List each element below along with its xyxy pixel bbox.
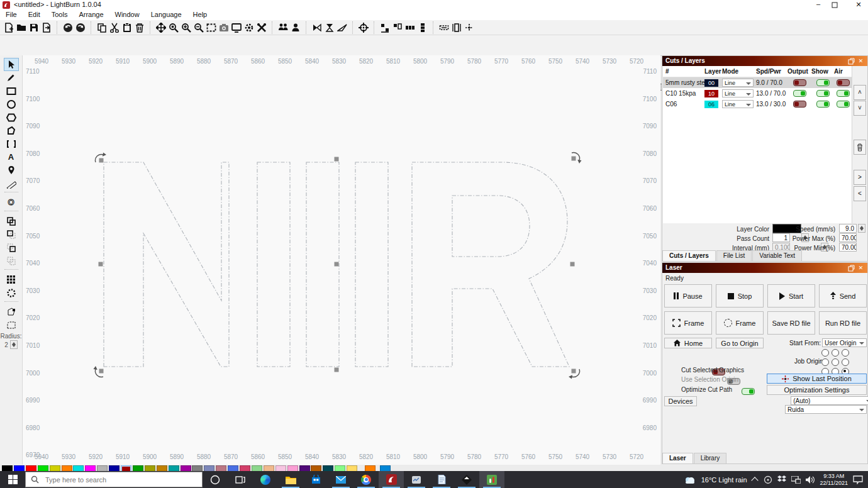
menu-tools[interactable]: Tools: [46, 10, 74, 19]
rotate-handle-top-right[interactable]: [572, 153, 582, 164]
group-icon[interactable]: [277, 21, 289, 34]
weather-text[interactable]: 16°C Light rain: [701, 476, 747, 484]
run-rd-file-button[interactable]: Run RD file: [819, 311, 867, 335]
edit-nodes-tool[interactable]: [4, 124, 19, 137]
layer-air-toggle[interactable]: [837, 90, 850, 97]
layer-up-button[interactable]: ˄: [854, 85, 866, 100]
network-icon[interactable]: [791, 476, 801, 484]
layer-color-chip[interactable]: 00: [704, 79, 718, 87]
layer-name[interactable]: C10 15kpa: [663, 90, 704, 97]
distribute-horizontal-icon[interactable]: [404, 21, 416, 34]
zoom-in-icon[interactable]: [180, 21, 192, 34]
position-laser-tool[interactable]: [4, 164, 19, 177]
job-origin-radio[interactable]: [842, 358, 849, 366]
rectangle-tool[interactable]: [4, 84, 19, 97]
optimization-settings-button[interactable]: Optimization Settings: [767, 385, 867, 395]
rotate-handle-bottom-right[interactable]: [569, 369, 579, 379]
speed-spinner[interactable]: [858, 224, 865, 233]
taskbar-app-system-monitor[interactable]: [404, 471, 429, 488]
layer-down-button[interactable]: ˅: [854, 101, 866, 116]
job-origin-radio[interactable]: [821, 349, 829, 357]
rotate-handle-top-left[interactable]: [96, 153, 106, 163]
speed-field[interactable]: 9.0: [839, 224, 857, 233]
menu-arrange[interactable]: Arrange: [73, 10, 109, 19]
layer-row[interactable]: 5mm rusty steel00Line9.0 / 70.0: [663, 77, 852, 88]
draw-lines-tool[interactable]: [4, 71, 19, 84]
edit-shape-tool[interactable]: [4, 137, 19, 150]
maximize-button[interactable]: [832, 2, 838, 8]
layer-row[interactable]: C0606Line13.0 / 30.0: [663, 99, 852, 109]
job-origin-radio[interactable]: [832, 358, 839, 366]
flip-vertical-icon[interactable]: [323, 21, 336, 34]
menu-edit[interactable]: Edit: [23, 10, 46, 19]
minimize-button[interactable]: –: [810, 0, 826, 8]
absolute-coords-icon[interactable]: [463, 21, 476, 34]
layer-mode-select[interactable]: Line: [722, 79, 754, 87]
power-min-field[interactable]: 70.00: [839, 243, 857, 252]
flip-horizontal-icon[interactable]: [311, 21, 323, 34]
menu-language[interactable]: Language: [145, 10, 187, 19]
boolean-union-tool[interactable]: [4, 228, 19, 241]
shape-properties-tool[interactable]: [4, 305, 19, 318]
tab-library[interactable]: Library: [694, 453, 727, 463]
two-point-move-icon[interactable]: [438, 21, 450, 34]
taskbar-app-edge[interactable]: [253, 471, 278, 488]
distribute-vertical-icon[interactable]: [416, 21, 429, 34]
grid-array-tool[interactable]: [4, 273, 19, 286]
taskbar-app-store[interactable]: [303, 471, 328, 488]
layer-name[interactable]: 5mm rusty steel: [663, 79, 704, 86]
zoom-out-icon[interactable]: [192, 21, 205, 34]
layer-color-chip[interactable]: 06: [704, 101, 718, 108]
close-panel-icon[interactable]: ✕: [857, 265, 864, 272]
polygon-tool[interactable]: [4, 111, 19, 124]
layer-mode-select[interactable]: Line: [722, 89, 754, 97]
go-to-origin-button[interactable]: Go to Origin: [716, 338, 764, 348]
radius-spinner[interactable]: [10, 340, 18, 349]
layer-output-toggle[interactable]: [793, 101, 806, 108]
pause-button[interactable]: Pause: [664, 284, 712, 308]
taskbar-app-task-view[interactable]: [228, 471, 253, 488]
rotate-handle-bottom-left[interactable]: [94, 366, 104, 377]
show-last-position-button[interactable]: Show Last Position: [767, 374, 867, 384]
measure-tool[interactable]: [4, 177, 19, 190]
device-auto-select[interactable]: (Auto): [791, 396, 868, 405]
taskbar-app-mail[interactable]: [328, 471, 353, 488]
taskbar-search[interactable]: [25, 472, 203, 487]
tab-file-list[interactable]: File List: [716, 250, 752, 261]
select-tool[interactable]: [4, 58, 19, 71]
tab-variable-text[interactable]: Variable Text: [752, 250, 802, 261]
paste-icon[interactable]: [121, 21, 133, 34]
open-file-icon[interactable]: [15, 21, 28, 34]
float-panel-icon[interactable]: [848, 58, 855, 65]
taskbar-app-notepad[interactable]: [429, 471, 454, 488]
camera-capture-icon[interactable]: [218, 21, 230, 34]
focus-laser-icon[interactable]: [357, 21, 370, 34]
frame-selection-icon[interactable]: [205, 21, 218, 34]
float-panel-icon[interactable]: [848, 265, 855, 272]
taskbar-app-file-explorer[interactable]: [278, 471, 303, 488]
tab-laser[interactable]: Laser: [662, 453, 693, 463]
taskbar-app-inkscape[interactable]: [454, 471, 479, 488]
selection-handles[interactable]: [99, 157, 575, 372]
copy-icon[interactable]: [96, 21, 108, 34]
delete-layer-button[interactable]: [854, 140, 866, 155]
workspace-canvas[interactable]: 5940593059205910590058905880587058605850…: [23, 55, 660, 465]
layer-name[interactable]: C06: [663, 101, 704, 108]
tray-expand-chevron[interactable]: [752, 478, 759, 482]
cuts-layers-titlebar[interactable]: Cuts / Layers: [662, 56, 867, 66]
menu-help[interactable]: Help: [187, 10, 213, 19]
laser-titlebar[interactable]: Laser: [662, 263, 867, 273]
layer-show-toggle[interactable]: [816, 90, 830, 97]
home-button[interactable]: Home: [664, 338, 712, 348]
weld-shapes-tool[interactable]: [4, 214, 19, 228]
preview-icon[interactable]: [230, 21, 243, 34]
device-settings-icon[interactable]: [255, 21, 268, 34]
offset-shapes-tool[interactable]: O: [4, 196, 19, 209]
mirror-across-line-icon[interactable]: [336, 21, 348, 34]
layer-color-chip[interactable]: 10: [704, 90, 718, 97]
radius-corners-tool[interactable]: [4, 318, 19, 331]
power-max-field[interactable]: 70.00: [839, 233, 857, 242]
job-origin-radio[interactable]: [842, 349, 849, 357]
volume-icon[interactable]: [806, 476, 815, 484]
menu-file[interactable]: File: [0, 10, 23, 19]
